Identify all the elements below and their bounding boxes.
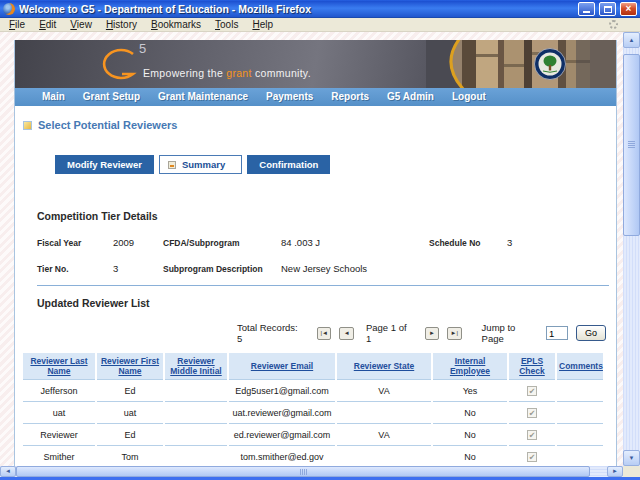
jump-to-page-label: Jump to Page	[482, 322, 538, 344]
table-header-row: Reviewer Last Name Reviewer First Name R…	[23, 353, 603, 379]
tab-strip: Modify Reviewer Summary Confirmation	[55, 155, 616, 174]
tab-summary[interactable]: Summary	[159, 155, 242, 174]
nav-logout[interactable]: Logout	[443, 88, 495, 106]
prev-page-button[interactable]: ◄	[339, 327, 353, 340]
header-last-name[interactable]: Reviewer Last Name	[23, 353, 95, 379]
tab-confirmation[interactable]: Confirmation	[247, 155, 330, 174]
nav-g5-admin[interactable]: G5 Admin	[378, 88, 443, 106]
jump-to-page-input[interactable]	[546, 326, 568, 340]
header-first-name[interactable]: Reviewer First Name	[97, 353, 163, 379]
main-nav: Main Grant Setup Grant Maintenance Payme…	[15, 88, 616, 106]
menu-bookmarks[interactable]: Bookmarks	[144, 19, 208, 30]
tier-no-value: 3	[113, 263, 163, 274]
subprogram-desc-label: Subprogram Description	[163, 264, 281, 274]
schedule-no-value: 3	[507, 237, 537, 248]
pagination-bar: Total Records: 5 |◄ ◄ Page 1 of 1 ► ►| J…	[237, 322, 606, 344]
nav-payments[interactable]: Payments	[257, 88, 322, 106]
g5-logo-icon	[95, 45, 141, 87]
epls-checkbox[interactable]: ✔	[527, 386, 537, 396]
cfda-label: CFDA/Subprogram	[163, 238, 281, 248]
nav-grant-maintenance[interactable]: Grant Maintenance	[149, 88, 257, 106]
table-row: Reviewer Ed ed.reviewer@gmail.com VA No …	[23, 423, 603, 445]
header-internal-employee[interactable]: Internal Employee	[433, 353, 507, 379]
tab-modify-reviewer[interactable]: Modify Reviewer	[55, 155, 154, 174]
vertical-scrollbar-thumb[interactable]	[623, 54, 640, 236]
window-titlebar: Welcome to G5 - Department of Education …	[0, 0, 640, 18]
education-seal-icon	[535, 49, 566, 80]
subprogram-desc-value: New Jersey Schools	[281, 263, 429, 274]
total-records: Total Records: 5	[237, 322, 303, 344]
tagline-grant-highlight: grant	[226, 67, 251, 79]
g5-page: 5 Empowering the grant community.	[14, 40, 617, 466]
reviewer-table: Reviewer Last Name Reviewer First Name R…	[21, 353, 605, 466]
section-divider	[37, 285, 609, 286]
tier-no-label: Tier No.	[37, 264, 113, 274]
scroll-left-icon[interactable]: ◄	[0, 466, 16, 477]
header-email[interactable]: Reviewer Email	[229, 353, 335, 379]
firefox-icon	[3, 3, 15, 15]
minimize-button[interactable]	[578, 2, 595, 16]
menu-edit[interactable]: Edit	[32, 19, 63, 30]
table-row: uat uat uat.reviewer@gmail.com No ✔	[23, 401, 603, 423]
header-state[interactable]: Reviewer State	[337, 353, 431, 379]
menu-file[interactable]: File	[2, 19, 32, 30]
g5-banner: 5 Empowering the grant community.	[15, 40, 616, 88]
menu-tools[interactable]: Tools	[208, 19, 245, 30]
horizontal-scrollbar[interactable]: ◄ ►	[0, 466, 623, 477]
next-page-button[interactable]: ►	[425, 327, 439, 340]
page-status: Page 1 of 1	[366, 322, 413, 344]
nav-main[interactable]: Main	[33, 88, 74, 106]
nav-grant-setup[interactable]: Grant Setup	[74, 88, 149, 106]
close-button[interactable]: ×	[620, 2, 637, 16]
epls-checkbox[interactable]: ✔	[527, 430, 537, 440]
heading-bullet-icon	[23, 121, 32, 130]
window-title: Welcome to G5 - Department of Education …	[19, 3, 574, 15]
menu-bar: File Edit View History Bookmarks Tools H…	[0, 18, 640, 32]
header-middle-initial[interactable]: Reviewer Middle Initial	[165, 353, 227, 379]
menu-history[interactable]: History	[99, 19, 144, 30]
fiscal-year-label: Fiscal Year	[37, 238, 113, 248]
menu-help[interactable]: Help	[245, 19, 280, 30]
table-row: Smither Tom tom.smither@ed.gov No ✔	[23, 445, 603, 466]
schedule-no-label: Schedule No	[429, 238, 507, 248]
g5-logo-number: 5	[139, 41, 146, 56]
epls-checkbox[interactable]: ✔	[527, 452, 537, 462]
header-comments[interactable]: Comments	[557, 353, 603, 379]
header-epls-check[interactable]: EPLS Check	[509, 353, 555, 379]
scrollbar-corner	[623, 466, 640, 477]
horizontal-scrollbar-thumb[interactable]	[16, 466, 590, 477]
last-page-button[interactable]: ►|	[447, 327, 461, 340]
maximize-button[interactable]	[599, 2, 616, 16]
epls-checkbox[interactable]: ✔	[527, 408, 537, 418]
scroll-down-icon[interactable]: ▼	[623, 450, 640, 466]
page-title: Select Potential Reviewers	[38, 119, 177, 131]
summary-tab-icon	[168, 161, 176, 169]
menu-view[interactable]: View	[63, 19, 99, 30]
nav-reports[interactable]: Reports	[322, 88, 378, 106]
table-row: Jefferson Ed Edg5user1@gmail.com VA Yes …	[23, 379, 603, 401]
browser-viewport: 5 Empowering the grant community.	[0, 32, 623, 466]
scroll-up-icon[interactable]: ▲	[623, 32, 640, 48]
scroll-right-icon[interactable]: ►	[607, 466, 623, 477]
go-button[interactable]: Go	[576, 325, 606, 341]
tier-details-title: Competition Tier Details	[37, 210, 616, 222]
cfda-value: 84 .003 J	[281, 237, 429, 248]
tier-details-grid: Fiscal Year 2009 CFDA/Subprogram 84 .003…	[37, 237, 616, 274]
reviewer-list-title: Updated Reviewer List	[37, 297, 616, 309]
first-page-button[interactable]: |◄	[317, 327, 331, 340]
throbber-icon	[609, 20, 618, 29]
banner-tagline: Empowering the grant community.	[143, 67, 311, 79]
fiscal-year-value: 2009	[113, 237, 163, 248]
vertical-scrollbar[interactable]: ▲ ▼	[623, 32, 640, 466]
bookshelf-photo	[426, 40, 616, 88]
